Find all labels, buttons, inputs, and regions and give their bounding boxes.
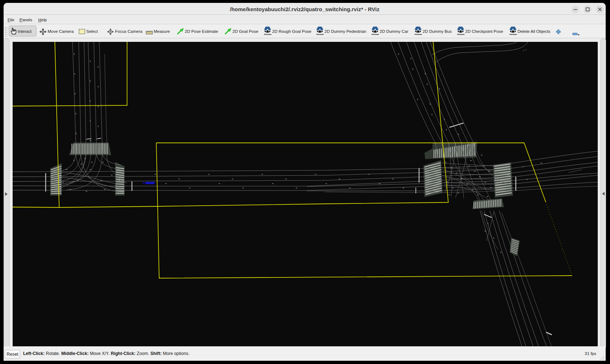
svg-text:Autoware: Autoware xyxy=(371,34,379,35)
svg-text:Autoware: Autoware xyxy=(414,34,422,35)
svg-text:Autoware: Autoware xyxy=(457,34,465,35)
svg-text:Autoware: Autoware xyxy=(316,34,324,35)
svg-text:Autoware: Autoware xyxy=(509,34,517,35)
svg-text:Autoware: Autoware xyxy=(264,34,271,35)
